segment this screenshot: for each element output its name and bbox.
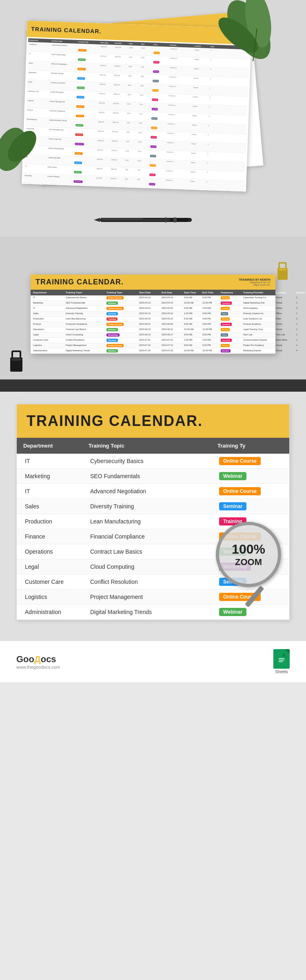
google-sheets-badge: Sheets — [273, 649, 290, 674]
zoom-cell-dept: Logistics — [23, 590, 89, 603]
leaf-decoration-top — [212, 0, 294, 78]
zoom-cell-topic: Diversity Training — [89, 500, 217, 513]
svg-point-10 — [188, 218, 192, 222]
goodocs-logo-text: GooДocs — [16, 654, 60, 665]
table-row: Sales Diversity Training Seminar 2024-05… — [31, 311, 275, 317]
zoom-cell-type: Seminar — [217, 499, 283, 514]
svg-marker-7 — [94, 218, 100, 222]
col-header-start: Start Date — [138, 291, 161, 294]
table-row: IT Advanced Negotiation Online Course — [17, 484, 289, 499]
col-header-topic: Training Topic — [65, 291, 106, 294]
svg-rect-15 — [11, 358, 21, 361]
col-header-stime: Start Time — [183, 291, 202, 294]
svg-rect-18 — [279, 268, 287, 270]
table-row: Marketing SEO Fundamentals Webinar 2024-… — [31, 301, 275, 306]
ss-column-headers: Department Training Topic Training Type … — [31, 290, 275, 295]
zoom-cell-topic: Financial Compliance — [89, 530, 217, 543]
ss-title: TRAINING CALENDAR. — [35, 278, 124, 286]
zoom-cell-dept: Sales — [23, 500, 89, 513]
zoom-cell-topic: Advanced Negotiation — [89, 485, 217, 498]
col-header-freq: Frequency — [220, 291, 242, 294]
zoom-cell-dept: Customer Care — [23, 575, 89, 588]
zoom-cell-topic: SEO Fundamentals — [89, 470, 217, 483]
pen-illustration — [92, 212, 214, 228]
col-header-provider: Training Provider — [242, 291, 275, 294]
col-header-end: End Date — [161, 291, 183, 294]
zoom-cell-topic: Digital Marketing Trends — [89, 605, 217, 619]
zoom-main-title: TRAINING CALENDAR. — [27, 412, 279, 430]
zoom-cell-topic: Conflict Resolution — [89, 575, 217, 588]
zoom-col-topic: Training Topic — [89, 443, 217, 449]
zoom-cell-type: Webinar — [217, 605, 283, 619]
zoom-text: ZOOM — [232, 557, 265, 568]
col-header-loc: Location — [275, 291, 295, 294]
table-row: Marketing SEO Fundamentals Webinar — [17, 469, 289, 484]
sheets-icon — [273, 649, 290, 669]
table-row: Production Lean Manufacturing Training 2… — [31, 317, 275, 322]
zoom-cell-dept: Administration — [23, 605, 89, 619]
table-row: Legal Cloud Computing Workshop 2024-06-1… — [31, 333, 275, 338]
zoom-col-type: Training Ty — [217, 443, 283, 449]
zoom-section: TRAINING CALENDAR. Department Training T… — [0, 392, 306, 641]
table-row: Finance Financial Compliance Online Cour… — [31, 322, 275, 327]
svg-rect-23 — [279, 661, 283, 662]
table-row: Administration Digital Marketing Trends … — [31, 348, 275, 354]
middle-section: TRAINING CALENDAR. TRAININGS BY MONTH De… — [0, 237, 306, 392]
leaf-decoration-bottom — [0, 122, 41, 171]
table-row: Operations Contract Law Basics Webinar 2… — [31, 327, 275, 333]
zoom-col-dept: Department — [23, 443, 89, 449]
magnifier-text: 100% ZOOM — [232, 541, 265, 568]
svg-rect-22 — [279, 660, 284, 661]
magnifier-overlay: 100% ZOOM — [216, 522, 281, 587]
ss-meta: TRAININGS BY MONTH Department No. 01 Rig… — [239, 278, 271, 286]
col-header-num: Number — [295, 291, 306, 294]
zoom-cell-type: Webinar — [217, 469, 283, 483]
table-row: IT Advanced Negotiation Online Course 20… — [31, 306, 275, 311]
zoom-table-header: Department Training Topic Training Ty — [17, 438, 289, 454]
ss-data-rows: IT Cybersecurity Basics Online Course 20… — [31, 295, 275, 354]
col-header-type: Training Type — [106, 291, 138, 294]
binder-clip-left — [8, 349, 24, 375]
zoom-cell-topic: Lean Manufacturing — [89, 515, 217, 528]
bottom-black-bar — [0, 379, 306, 392]
ss-header: TRAINING CALENDAR. TRAININGS BY MONTH De… — [31, 275, 275, 290]
goodocs-branding: GooДocs www.thegoodocs.com — [16, 654, 60, 670]
zoom-card: TRAINING CALENDAR. Department Training T… — [16, 404, 290, 620]
zoom-cell-dept: IT — [23, 455, 89, 468]
footer: GooДocs www.thegoodocs.com Sheets — [0, 641, 306, 682]
paper-front-title: TRAINING CALENDAR. — [31, 26, 101, 35]
col-header-dept: Department — [32, 291, 65, 294]
spreadsheet-thumbnail: TRAINING CALENDAR. TRAININGS BY MONTH De… — [31, 275, 275, 354]
table-row: IT Cybersecurity Basics Online Course 20… — [31, 295, 275, 301]
sheets-label: Sheets — [275, 670, 288, 674]
zoom-cell-dept: Marketing — [23, 470, 89, 483]
table-row: Sales Diversity Training Seminar — [17, 499, 289, 514]
zoom-cell-dept: Production — [23, 515, 89, 528]
top-decorative-section: TRAINING CALENDAR. Marketing Cybersecuri… — [0, 0, 306, 204]
col-header-etime: End Time — [202, 291, 220, 294]
svg-rect-21 — [279, 658, 284, 659]
zoom-cell-type: Online Course — [217, 454, 283, 468]
svg-rect-12 — [102, 218, 143, 219]
zoom-cell-dept: IT — [23, 485, 89, 498]
binder-clip-right — [275, 261, 290, 283]
svg-rect-9 — [173, 217, 177, 222]
zoom-cell-dept: Operations — [23, 545, 89, 558]
zoom-cell-dept: Legal — [23, 560, 89, 573]
zoom-cell-topic: Project Management — [89, 590, 217, 603]
zoom-cell-dept: Finance — [23, 530, 89, 543]
zoom-cell-topic: Cybersecurity Basics — [89, 455, 217, 468]
zoom-percentage: 100% — [232, 541, 265, 557]
goodocs-url: www.thegoodocs.com — [16, 665, 60, 670]
zoom-cell-type: Online Course — [217, 484, 283, 499]
table-row: Logistics Project Management Online Cour… — [31, 343, 275, 348]
zoom-header: TRAINING CALENDAR. — [17, 404, 289, 438]
table-row: IT Cybersecurity Basics Online Course — [17, 454, 289, 469]
table-row: Customer Care Conflict Resolution Semina… — [31, 338, 275, 343]
pen-section — [0, 204, 306, 237]
zoom-cell-topic: Cloud Computing — [89, 560, 217, 573]
zoom-cell-topic: Contract Law Basics — [89, 545, 217, 558]
